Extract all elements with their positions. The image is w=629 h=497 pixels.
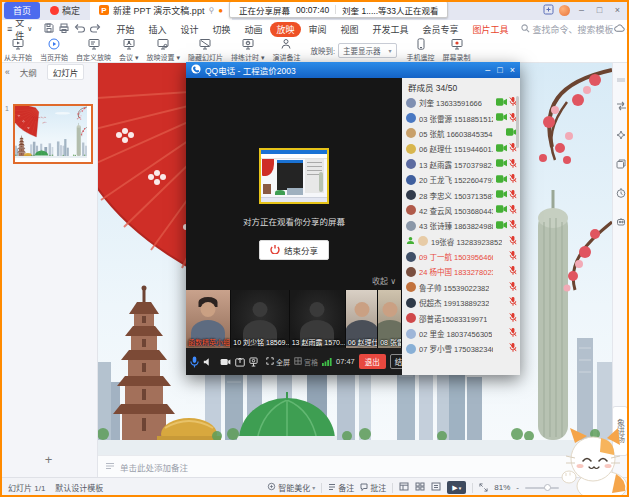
add-slide-button[interactable]: + (0, 452, 97, 467)
print-icon[interactable] (59, 23, 69, 35)
undo-icon[interactable] (74, 23, 85, 35)
ribbon-button[interactable]: 排练计时 ▾ (227, 38, 268, 62)
video-tile[interactable]: 函数精英小组 (186, 290, 231, 348)
qq-close-button[interactable]: × (510, 65, 515, 75)
mic-muted-icon[interactable] (509, 265, 517, 278)
ribbon-button[interactable]: 会议 ▾ (115, 38, 142, 62)
collapse-panel-icon[interactable]: « (5, 67, 10, 77)
tab-slides[interactable]: 幻灯片 (47, 64, 85, 80)
menu-item[interactable]: 会员专享 (417, 22, 465, 37)
member-row[interactable]: 刘奎 13633591666 (406, 95, 517, 110)
mic-muted-icon[interactable] (509, 327, 517, 340)
timer-pane-icon[interactable] (616, 184, 626, 202)
member-row[interactable]: 20 王龙飞 1522604791... (406, 172, 517, 187)
ribbon-button[interactable]: 当页开始 (36, 38, 72, 62)
menu-item[interactable]: 视图 (335, 22, 365, 37)
device-icon[interactable] (249, 357, 258, 367)
notes-bar[interactable]: 单击此处添加备注 (97, 455, 612, 477)
member-row[interactable]: 倪超杰 19913889232 (406, 295, 517, 310)
member-row[interactable]: 13 赵雨露 157037982... (406, 157, 517, 172)
qq-minimize-button[interactable]: – (485, 65, 490, 75)
share-screen-icon[interactable] (235, 357, 245, 367)
member-row[interactable]: 06 赵理仕 151944601... (406, 141, 517, 156)
animation-pane-icon[interactable] (616, 126, 626, 144)
mic-muted-icon[interactable] (509, 219, 517, 232)
mic-muted-icon[interactable] (509, 342, 517, 355)
restore-button[interactable]: □ (593, 5, 606, 15)
comments-toggle[interactable]: 批注 (360, 482, 386, 493)
zoom-out-button[interactable]: - (516, 483, 519, 492)
qq-call-window[interactable]: QQ电话 - 工程造价2003 – □ × (186, 62, 520, 375)
assistant-pane-icon[interactable] (616, 213, 626, 231)
tab-outline[interactable]: 大纲 (15, 65, 42, 79)
video-tile[interactable]: 10 刘少铭 18569... (231, 290, 289, 348)
normal-view-icon[interactable] (399, 482, 409, 493)
gaoding-tab[interactable]: 稿定 (40, 0, 90, 20)
video-tile[interactable]: 06 赵理仕 (346, 290, 378, 348)
member-row[interactable]: 28 李忠义 1503713587... (406, 187, 517, 202)
end-share-button[interactable]: 结束分享 (259, 240, 329, 260)
zoom-slider-knob[interactable] (544, 484, 551, 491)
camera-on-icon[interactable] (496, 113, 507, 123)
menu-item[interactable]: 图片工具 (467, 22, 515, 37)
menu-item[interactable]: 审阅 (303, 22, 333, 37)
pin-icon[interactable]: ⚲ (208, 6, 214, 15)
notes-toggle[interactable]: 备注 (328, 482, 354, 493)
close-button[interactable]: × (611, 5, 624, 15)
reading-view-icon[interactable] (431, 482, 441, 493)
qq-title-bar[interactable]: QQ电话 - 工程造价2003 – □ × (186, 62, 520, 78)
camera-on-icon[interactable] (496, 190, 507, 200)
member-row[interactable]: 02 里金 18037456305 (406, 326, 517, 341)
ribbon-button[interactable]: 屏幕录制 (439, 38, 475, 62)
video-tile[interactable]: 13 赵雨露 1570... (290, 290, 346, 348)
mic-muted-icon[interactable] (509, 173, 517, 186)
camera-on-icon[interactable] (496, 159, 507, 169)
user-avatar[interactable] (559, 5, 570, 16)
mic-muted-icon[interactable] (509, 312, 517, 325)
camera-icon[interactable] (220, 358, 231, 366)
menu-item[interactable]: 放映 (270, 22, 300, 37)
video-tile[interactable]: 08 张雷 (378, 290, 402, 348)
save-icon[interactable] (44, 23, 54, 35)
cat-mascot[interactable] (556, 424, 629, 497)
grid-view-button[interactable]: 宫格 (294, 357, 318, 367)
member-row[interactable]: 19张睿 13283923852 (406, 234, 517, 249)
member-row[interactable]: 43 张诗臻 1863824988... (406, 218, 517, 233)
member-row[interactable]: 07 罗小雪 1750382346... (406, 341, 517, 356)
menu-item[interactable]: 设计 (174, 22, 204, 37)
exit-button[interactable]: 退出 (359, 354, 386, 369)
slide-thumbnail[interactable] (13, 104, 93, 164)
member-row[interactable]: 09 丁一航 1503956466... (406, 249, 517, 264)
fit-zoom-icon[interactable] (479, 483, 488, 492)
zoom-level[interactable]: 81% (494, 483, 510, 492)
mic-muted-icon[interactable] (509, 158, 517, 171)
display-select[interactable]: 主要显示器 ▾ (338, 43, 397, 58)
switch-window-icon[interactable] (543, 1, 554, 19)
ribbon-button[interactable]: 手机遥控 (403, 38, 439, 62)
member-row[interactable]: 鲁子帅 15539022382 (406, 280, 517, 295)
slideshow-play-button[interactable]: ▶▾ (447, 481, 466, 494)
zoom-slider[interactable] (525, 487, 559, 489)
redo-icon[interactable] (90, 23, 101, 35)
qq-maximize-button[interactable]: □ (497, 65, 502, 75)
template-name[interactable]: 默认设计模板 (55, 482, 103, 493)
menu-item[interactable]: 切换 (206, 22, 236, 37)
collapse-call-link[interactable]: 收起 ∨ (372, 275, 396, 286)
camera-on-icon[interactable] (496, 98, 507, 108)
ribbon-button[interactable]: 隐藏幻灯片 (184, 38, 227, 62)
camera-on-icon[interactable] (496, 205, 507, 215)
fullscreen-button[interactable]: 全屏 (266, 357, 290, 367)
member-row[interactable]: 03 张雷源 15188515121... (406, 110, 517, 125)
camera-on-icon[interactable] (496, 221, 507, 231)
ribbon-button[interactable]: 放映设置 ▾ (142, 38, 183, 62)
member-row[interactable]: 24 杨中国 1833278023... (406, 264, 517, 279)
camera-on-icon[interactable] (496, 175, 507, 185)
ribbon-button[interactable]: 演讲备注 (268, 38, 304, 62)
menu-item[interactable]: 插入 (142, 22, 172, 37)
beautify-button[interactable]: 智能美化 ▾ (267, 482, 315, 493)
mic-muted-icon[interactable] (509, 296, 517, 309)
member-row[interactable]: 42 查云风 15036804434 (406, 203, 517, 218)
slide-sorter-icon[interactable] (415, 482, 425, 493)
speaker-icon[interactable] (203, 357, 212, 367)
member-row[interactable]: 05 张航 16603845354... (406, 126, 517, 141)
